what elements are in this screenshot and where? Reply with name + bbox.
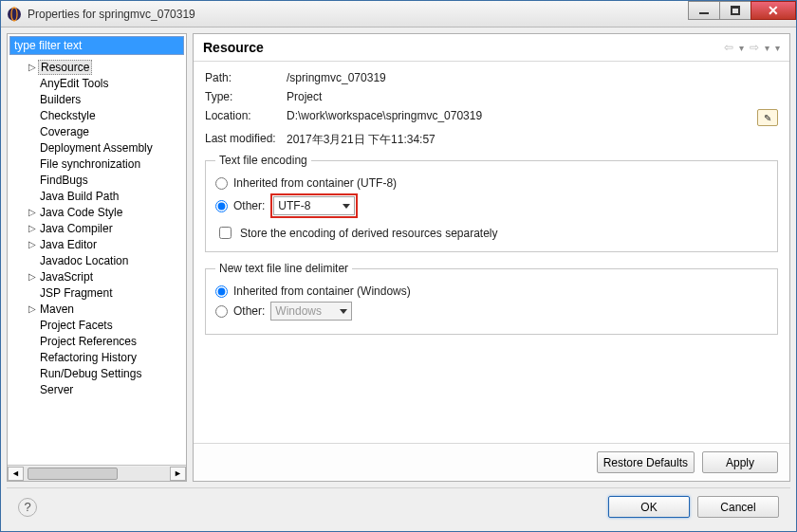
- tree-item-label: Java Compiler: [38, 222, 115, 235]
- navigation-sidebar: ▷ResourceAnyEdit ToolsBuildersCheckstyle…: [7, 33, 187, 482]
- tree-item[interactable]: ▷Resource: [8, 59, 186, 75]
- tree-item[interactable]: Run/Debug Settings: [8, 365, 186, 381]
- encoding-combo[interactable]: UTF-8: [273, 196, 355, 215]
- forward-menu-icon[interactable]: ▾: [765, 43, 769, 53]
- tree-item[interactable]: ▷JavaScript: [8, 268, 186, 284]
- forward-icon[interactable]: ⇨: [750, 41, 759, 54]
- tree-item[interactable]: ▷Maven: [8, 301, 186, 317]
- tree-item[interactable]: Javadoc Location: [8, 252, 186, 268]
- minimize-button[interactable]: [688, 1, 720, 20]
- tree-item-label: Java Code Style: [38, 206, 124, 219]
- panel-footer: Restore Defaults Apply: [194, 443, 789, 481]
- delimiter-other-label: Other:: [233, 304, 265, 318]
- delimiter-combo[interactable]: Windows: [270, 302, 352, 321]
- scroll-left-arrow[interactable]: ◄: [8, 467, 24, 481]
- scroll-right-arrow[interactable]: ►: [170, 467, 186, 481]
- tree-item[interactable]: ▷Java Code Style: [8, 204, 186, 220]
- tree-item-label: Java Build Path: [38, 190, 120, 203]
- encoding-inherited-radio[interactable]: [215, 177, 228, 190]
- folder-icon: ✎: [764, 113, 771, 123]
- window-title: Properties for springmvc_070319: [28, 8, 689, 21]
- panel-body: Path: /springmvc_070319 Type: Project Lo…: [194, 62, 789, 443]
- tree-item[interactable]: Server: [8, 381, 186, 397]
- tree-item-label: File synchronization: [38, 157, 142, 171]
- expand-icon[interactable]: ▷: [27, 271, 38, 282]
- tree-item[interactable]: Project Facets: [8, 317, 186, 333]
- tree-item[interactable]: Java Build Path: [8, 188, 186, 204]
- tree-item[interactable]: Builders: [8, 91, 186, 107]
- close-button[interactable]: ✕: [751, 1, 796, 20]
- restore-defaults-button[interactable]: Restore Defaults: [597, 451, 695, 473]
- tree-item-label: Server: [38, 383, 75, 396]
- tree-item-label: Builders: [38, 93, 83, 106]
- properties-window: Properties for springmvc_070319 ✕ ▷Resou…: [0, 0, 797, 532]
- lastmod-label: Last modified:: [205, 132, 287, 148]
- tree-item[interactable]: File synchronization: [8, 156, 186, 172]
- encoding-other-label: Other:: [233, 199, 265, 212]
- panel-nav-icons: ⇦ ▾ ⇨ ▾ ▾: [724, 41, 780, 54]
- help-button[interactable]: ?: [18, 498, 37, 517]
- tree-item[interactable]: ▷Java Compiler: [8, 220, 186, 236]
- tree-item[interactable]: Project References: [8, 333, 186, 349]
- window-titlebar: Properties for springmvc_070319 ✕: [1, 1, 796, 28]
- expand-icon[interactable]: ▷: [27, 239, 38, 249]
- encoding-store-label: Store the encoding of derived resources …: [240, 227, 498, 240]
- encoding-group-label: Text file encoding: [215, 154, 311, 167]
- filter-container: [9, 36, 184, 55]
- expand-icon[interactable]: ▷: [27, 62, 38, 72]
- type-label: Type:: [205, 90, 287, 103]
- apply-button[interactable]: Apply: [702, 451, 778, 473]
- panel-title: Resource: [203, 40, 724, 55]
- tree-item-label: JSP Fragment: [38, 286, 114, 300]
- cancel-button[interactable]: Cancel: [697, 496, 779, 518]
- tree-item-label: Checkstyle: [38, 109, 98, 122]
- location-value: D:\work\workspace\springmvc_070319: [287, 109, 757, 126]
- expand-icon[interactable]: ▷: [27, 223, 38, 233]
- scroll-track[interactable]: [24, 467, 170, 481]
- encoding-store-checkbox[interactable]: [219, 227, 232, 239]
- back-menu-icon[interactable]: ▾: [739, 43, 744, 53]
- location-edit-button[interactable]: ✎: [757, 109, 778, 126]
- tree-item[interactable]: FindBugs: [8, 172, 186, 188]
- tree-item-label: Deployment Assembly: [38, 141, 155, 155]
- location-label: Location:: [205, 109, 287, 126]
- tree-item[interactable]: JSP Fragment: [8, 284, 186, 301]
- ok-button[interactable]: OK: [608, 496, 690, 518]
- expand-icon[interactable]: ▷: [27, 303, 38, 314]
- scroll-thumb[interactable]: [28, 468, 118, 480]
- delimiter-other-radio[interactable]: [215, 305, 228, 318]
- tree-item-label: Project References: [38, 335, 139, 348]
- window-controls: ✕: [689, 1, 796, 27]
- tree-item-label: AnyEdit Tools: [38, 77, 111, 90]
- tree-item-label: JavaScript: [38, 270, 95, 284]
- type-value: Project: [287, 90, 778, 103]
- delimiter-inherited-label: Inherited from container (Windows): [233, 284, 411, 298]
- help-icon: ?: [24, 500, 30, 514]
- eclipse-icon: [7, 7, 22, 22]
- encoding-highlight: UTF-8: [270, 193, 358, 218]
- maximize-button[interactable]: [719, 1, 751, 20]
- tree-item[interactable]: ▷Java Editor: [8, 236, 186, 252]
- resource-panel: Resource ⇦ ▾ ⇨ ▾ ▾ Path: /springmvc_0703…: [193, 33, 790, 482]
- delimiter-group: New text file line delimiter Inherited f…: [205, 262, 778, 335]
- back-icon[interactable]: ⇦: [724, 41, 733, 54]
- tree-item-label: FindBugs: [38, 174, 90, 187]
- tree-item-label: Run/Debug Settings: [38, 367, 143, 380]
- filter-input[interactable]: [9, 36, 184, 55]
- tree-item[interactable]: Checkstyle: [8, 107, 186, 123]
- client-area: ▷ResourceAnyEdit ToolsBuildersCheckstyle…: [1, 28, 796, 531]
- encoding-group: Text file encoding Inherited from contai…: [205, 154, 778, 252]
- category-tree[interactable]: ▷ResourceAnyEdit ToolsBuildersCheckstyle…: [8, 57, 186, 465]
- encoding-other-radio[interactable]: [215, 200, 228, 212]
- expand-icon[interactable]: ▷: [27, 207, 38, 217]
- tree-item[interactable]: AnyEdit Tools: [8, 75, 186, 91]
- panel-menu-icon[interactable]: ▾: [775, 43, 780, 53]
- tree-item[interactable]: Refactoring History: [8, 349, 186, 365]
- horizontal-scrollbar[interactable]: ◄ ►: [8, 465, 186, 481]
- tree-item[interactable]: Coverage: [8, 123, 186, 139]
- dialog-footer: ? OK Cancel: [7, 487, 790, 525]
- tree-item-label: Refactoring History: [38, 351, 139, 364]
- encoding-inherited-label: Inherited from container (UTF-8): [233, 176, 397, 190]
- tree-item[interactable]: Deployment Assembly: [8, 139, 186, 156]
- delimiter-inherited-radio[interactable]: [215, 285, 228, 298]
